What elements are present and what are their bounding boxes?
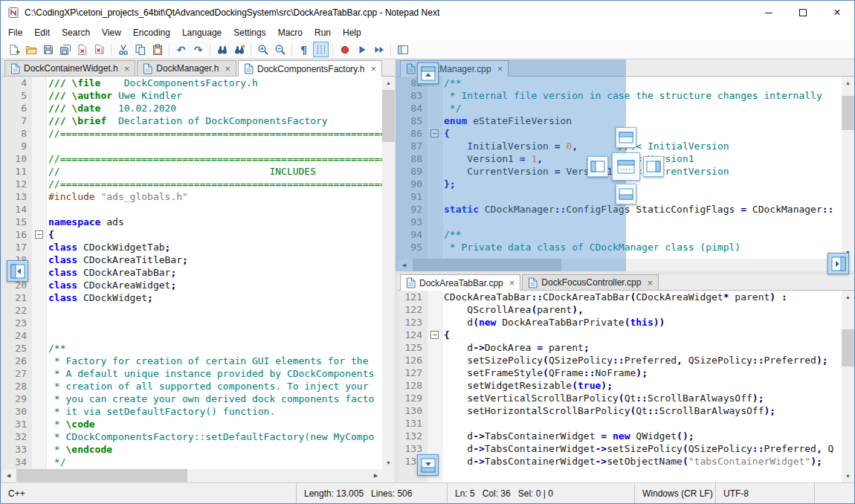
line-number[interactable]: 29: [2, 392, 32, 405]
code-line[interactable]: * CDockComponentsFactory::setDefaultFact…: [48, 430, 382, 443]
zoom-in-button[interactable]: [255, 42, 271, 57]
save-file-button[interactable]: [40, 42, 56, 57]
code-line[interactable]: namespace ads: [48, 216, 382, 228]
code-line[interactable]: //======================================…: [48, 152, 382, 165]
code-line[interactable]: * creation of all supported components. …: [48, 380, 382, 392]
tab-DockManager.h[interactable]: DockManager.h×: [137, 60, 236, 76]
drop-indicator-left[interactable]: [587, 156, 608, 177]
line-number[interactable]: 122: [398, 303, 428, 316]
code-line[interactable]: setSizePolicy(QSizePolicy::Preferred, QS…: [444, 354, 842, 366]
drop-indicator-bottom[interactable]: [616, 184, 636, 204]
code-line[interactable]: * you can create your own derived dock c…: [48, 392, 382, 405]
code-line[interactable]: {: [48, 228, 382, 241]
code-line[interactable]: [444, 417, 842, 430]
line-number[interactable]: 28: [2, 380, 32, 392]
tab-close-icon[interactable]: ×: [225, 64, 230, 74]
line-number[interactable]: 34: [2, 456, 32, 468]
menu-language[interactable]: Language: [176, 25, 228, 40]
code-area[interactable]: CDockAreaTabBar::CDockAreaTabBar(CDockAr…: [442, 291, 842, 482]
code-line[interactable]: setWidgetResizable(true);: [444, 379, 842, 392]
line-number[interactable]: 6: [2, 102, 32, 114]
line-number[interactable]: 32: [2, 430, 32, 443]
line-number[interactable]: 24: [2, 329, 32, 342]
menu-search[interactable]: Search: [56, 25, 96, 40]
line-number[interactable]: 5: [2, 89, 32, 102]
line-number[interactable]: 123: [398, 316, 428, 329]
autohide-drop-indicator-right[interactable]: [827, 253, 849, 274]
menu-edit[interactable]: Edit: [28, 25, 56, 40]
dock-windows-button[interactable]: [395, 42, 410, 57]
code-line[interactable]: /**: [48, 342, 382, 355]
line-number[interactable]: 126: [398, 354, 428, 366]
code-line[interactable]: * A default unique instance provided by …: [48, 367, 382, 380]
redo-button[interactable]: ↷: [190, 42, 206, 57]
line-number[interactable]: 12: [2, 178, 32, 190]
new-file-button[interactable]: [6, 42, 22, 57]
drop-indicator-top[interactable]: [616, 127, 636, 148]
code-line[interactable]: //======================================…: [48, 127, 382, 140]
line-number[interactable]: 14: [2, 203, 32, 216]
fold-marker[interactable]: −: [35, 230, 43, 239]
code-line[interactable]: */: [48, 456, 382, 468]
line-number[interactable]: 27: [2, 367, 32, 380]
show-symbols-button[interactable]: ¶: [296, 42, 312, 57]
scrollbar-thumb[interactable]: [382, 90, 395, 142]
code-line[interactable]: * Factory for creation of certain GUI el…: [48, 355, 382, 367]
code-line[interactable]: d->DockArea = parent;: [444, 341, 842, 354]
code-line[interactable]: d->TabsContainerWidget->setObjectName("t…: [444, 455, 842, 468]
encoding-status[interactable]: UTF-8: [715, 483, 814, 503]
drop-indicator-center[interactable]: [612, 152, 640, 181]
replace-button[interactable]: [231, 42, 247, 57]
zoom-out-button[interactable]: [272, 42, 288, 57]
line-number[interactable]: 132: [398, 430, 428, 442]
code-line[interactable]: QScrollArea(parent),: [444, 303, 842, 316]
code-line[interactable]: class CDockAreaWidget;: [48, 279, 382, 291]
bottom-right-editor[interactable]: 1211221231241251261271281291301311321331…: [398, 291, 842, 482]
scroll-up-button[interactable]: ▲: [382, 77, 395, 89]
tab-close-icon[interactable]: ×: [370, 64, 376, 74]
fold-marker[interactable]: −: [430, 331, 439, 339]
line-number[interactable]: 22: [2, 304, 32, 317]
left-editor[interactable]: 4567891011121314151617181920212223242526…: [2, 77, 382, 469]
code-line[interactable]: CDockAreaTabBar::CDockAreaTabBar(CDockAr…: [444, 291, 842, 303]
code-line[interactable]: [48, 329, 382, 342]
code-line[interactable]: class CDockWidget;: [48, 291, 382, 304]
vertical-scrollbar[interactable]: ▲ ▼: [842, 291, 854, 482]
cut-button[interactable]: [115, 42, 131, 57]
scroll-down-button[interactable]: ▼: [842, 470, 854, 482]
close-file-button[interactable]: [74, 42, 90, 57]
drop-indicator-right[interactable]: [643, 156, 664, 177]
code-line[interactable]: * \endcode: [48, 443, 382, 456]
maximize-button[interactable]: [786, 1, 820, 25]
scroll-up-button[interactable]: ▲: [842, 77, 854, 89]
undo-button[interactable]: ↶: [173, 42, 189, 57]
code-line[interactable]: // INCLUDES: [48, 165, 382, 178]
line-number[interactable]: 26: [2, 355, 32, 367]
line-number[interactable]: 7: [2, 114, 32, 127]
tab-DockAreaTabBar.cpp[interactable]: DockAreaTabBar.cpp×: [400, 274, 520, 291]
line-number[interactable]: 21: [2, 291, 32, 304]
scrollbar-thumb[interactable]: [16, 469, 187, 482]
language-status[interactable]: C++: [1, 483, 296, 503]
line-number[interactable]: 129: [398, 392, 428, 404]
close-button[interactable]: ×: [820, 1, 854, 25]
menu-view[interactable]: View: [96, 25, 127, 40]
line-number[interactable]: 127: [398, 366, 428, 379]
line-number[interactable]: 130: [398, 404, 428, 417]
scroll-down-button[interactable]: ▼: [382, 456, 395, 469]
code-line[interactable]: d->TabsContainerWidget->setSizePolicy(QS…: [444, 442, 842, 455]
menu-file[interactable]: File: [2, 25, 28, 40]
scrollbar-thumb[interactable]: [842, 96, 854, 130]
code-line[interactable]: #include "ads_globals.h": [48, 190, 382, 203]
record-macro-button[interactable]: [337, 42, 352, 57]
indent-guide-button[interactable]: [313, 42, 329, 57]
menu-macro[interactable]: Macro: [272, 25, 309, 40]
line-number[interactable]: 30: [2, 405, 32, 418]
code-line[interactable]: {: [444, 329, 842, 341]
line-number[interactable]: 133: [398, 442, 428, 455]
line-number[interactable]: 17: [2, 241, 32, 253]
line-number[interactable]: 125: [398, 341, 428, 354]
code-line[interactable]: /// \author Uwe Kindler: [48, 89, 382, 102]
code-line[interactable]: /// \file DockComponentsFactory.h: [48, 77, 382, 89]
code-line[interactable]: setFrameStyle(QFrame::NoFrame);: [444, 366, 842, 379]
